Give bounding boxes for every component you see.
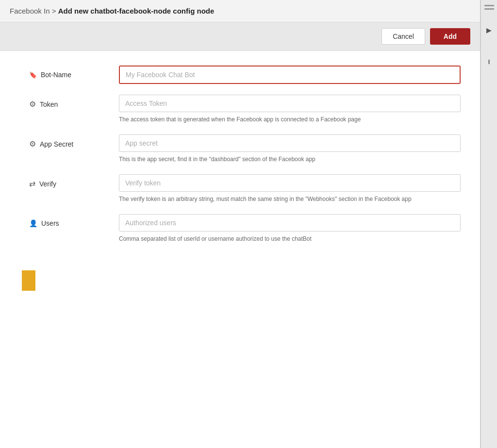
header: Facebook In > Add new chatbot-facebook-n… (0, 0, 480, 22)
token-input[interactable] (119, 95, 461, 112)
bookmark-icon (29, 70, 37, 79)
right-panel-arrow: ▶ (486, 26, 492, 34)
app-secret-label: App Secret (29, 134, 119, 149)
form-body: Bot-Name My Facebook Chat Bot Token The … (0, 51, 480, 448)
token-row: Token (29, 95, 461, 112)
right-panel: ▶ I (480, 0, 497, 448)
cancel-button[interactable]: Cancel (381, 28, 425, 45)
gear-icon-secret (29, 139, 36, 149)
verify-label: Verify (29, 174, 119, 188)
breadcrumb-prefix: Facebook In > (10, 7, 58, 15)
verify-label-text: Verify (39, 180, 56, 188)
verify-hint: The verify token is an arbitrary string,… (119, 195, 461, 203)
app-secret-hint: This is the app secret, find it in the "… (119, 155, 461, 164)
users-label: Users (29, 214, 119, 228)
toolbar: Cancel Add (0, 22, 480, 51)
verify-row: Verify (29, 174, 461, 192)
bot-name-label-text: Bot-Name (41, 71, 71, 79)
highlight-box (22, 270, 35, 291)
bot-name-row: Bot-Name My Facebook Chat Bot (29, 66, 461, 84)
app-secret-input[interactable] (119, 134, 461, 152)
verify-input[interactable] (119, 174, 461, 192)
right-panel-label: I (488, 58, 490, 66)
app-secret-label-text: App Secret (40, 140, 73, 148)
users-hint: Comma separated list of userId or userna… (119, 234, 461, 243)
shuffle-icon (29, 179, 35, 188)
add-button[interactable]: Add (430, 28, 470, 45)
users-label-text: Users (41, 219, 59, 227)
app-secret-row: App Secret (29, 134, 461, 152)
breadcrumb-title: Add new chatbot-facebook-node config nod… (58, 7, 215, 15)
right-panel-bar2 (484, 8, 494, 10)
user-icon (29, 219, 37, 228)
gear-icon-token (29, 100, 36, 109)
users-row: Users (29, 214, 461, 232)
bot-name-input[interactable]: My Facebook Chat Bot (119, 66, 461, 84)
bot-name-label: Bot-Name (29, 66, 119, 79)
token-label: Token (29, 95, 119, 109)
token-hint: The access token that is generated when … (119, 115, 461, 124)
right-panel-bar1 (484, 5, 494, 6)
users-input[interactable] (119, 214, 461, 232)
breadcrumb: Facebook In > Add new chatbot-facebook-n… (10, 7, 214, 15)
token-label-text: Token (40, 100, 58, 108)
